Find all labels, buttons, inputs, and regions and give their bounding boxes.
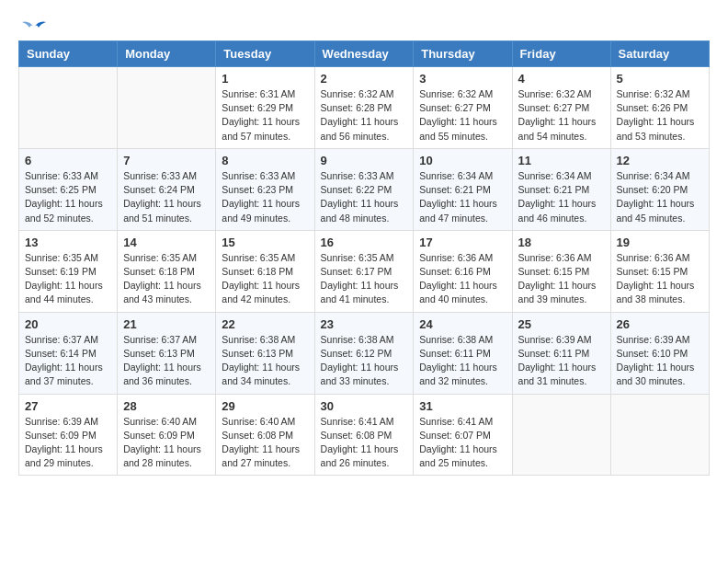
week-row-4: 20Sunrise: 6:37 AMSunset: 6:14 PMDayligh…: [19, 312, 710, 394]
day-number: 19: [617, 236, 703, 249]
day-info: Sunrise: 6:34 AMSunset: 6:20 PMDaylight:…: [617, 169, 703, 225]
day-info: Sunrise: 6:34 AMSunset: 6:21 PMDaylight:…: [419, 169, 506, 225]
day-cell: 13Sunrise: 6:35 AMSunset: 6:19 PMDayligh…: [19, 230, 118, 312]
weekday-header-sunday: Sunday: [19, 41, 118, 67]
day-info: Sunrise: 6:39 AMSunset: 6:09 PMDaylight:…: [25, 415, 111, 471]
day-info: Sunrise: 6:40 AMSunset: 6:08 PMDaylight:…: [222, 415, 308, 471]
logo: [18, 18, 48, 33]
day-number: 16: [321, 236, 408, 249]
day-info: Sunrise: 6:32 AMSunset: 6:28 PMDaylight:…: [321, 87, 408, 144]
week-row-3: 13Sunrise: 6:35 AMSunset: 6:19 PMDayligh…: [19, 230, 710, 312]
day-info: Sunrise: 6:38 AMSunset: 6:11 PMDaylight:…: [419, 333, 506, 389]
day-cell: 30Sunrise: 6:41 AMSunset: 6:08 PMDayligh…: [314, 394, 414, 476]
day-number: 12: [617, 154, 703, 167]
week-row-1: 1Sunrise: 6:31 AMSunset: 6:29 PMDaylight…: [19, 67, 710, 149]
day-cell: 6Sunrise: 6:33 AMSunset: 6:25 PMDaylight…: [19, 148, 118, 230]
day-number: 14: [123, 236, 210, 249]
day-cell: 11Sunrise: 6:34 AMSunset: 6:21 PMDayligh…: [512, 148, 610, 230]
day-cell: 9Sunrise: 6:33 AMSunset: 6:22 PMDaylight…: [314, 148, 414, 230]
day-info: Sunrise: 6:31 AMSunset: 6:29 PMDaylight:…: [222, 87, 308, 144]
day-cell: 12Sunrise: 6:34 AMSunset: 6:20 PMDayligh…: [610, 148, 709, 230]
day-cell: 27Sunrise: 6:39 AMSunset: 6:09 PMDayligh…: [19, 394, 118, 476]
day-info: Sunrise: 6:33 AMSunset: 6:23 PMDaylight:…: [222, 169, 308, 225]
day-cell: 14Sunrise: 6:35 AMSunset: 6:18 PMDayligh…: [118, 230, 216, 312]
day-number: 25: [518, 317, 605, 331]
day-cell: 21Sunrise: 6:37 AMSunset: 6:13 PMDayligh…: [118, 312, 216, 394]
day-info: Sunrise: 6:32 AMSunset: 6:27 PMDaylight:…: [419, 87, 506, 144]
day-number: 17: [419, 236, 506, 249]
day-cell: [19, 67, 118, 149]
day-info: Sunrise: 6:34 AMSunset: 6:21 PMDaylight:…: [518, 169, 605, 225]
day-info: Sunrise: 6:33 AMSunset: 6:22 PMDaylight:…: [321, 169, 408, 225]
day-number: 9: [321, 154, 408, 167]
day-info: Sunrise: 6:36 AMSunset: 6:15 PMDaylight:…: [518, 251, 605, 307]
day-cell: 25Sunrise: 6:39 AMSunset: 6:11 PMDayligh…: [512, 312, 610, 394]
day-cell: [610, 394, 709, 476]
day-number: 4: [518, 72, 605, 86]
day-number: 28: [123, 399, 210, 413]
day-number: 5: [617, 72, 703, 86]
weekday-header-thursday: Thursday: [414, 41, 512, 67]
day-cell: 8Sunrise: 6:33 AMSunset: 6:23 PMDaylight…: [216, 148, 314, 230]
day-info: Sunrise: 6:40 AMSunset: 6:09 PMDaylight:…: [123, 415, 210, 471]
logo-text-block: [18, 18, 48, 33]
day-number: 31: [419, 399, 506, 413]
day-info: Sunrise: 6:41 AMSunset: 6:08 PMDaylight:…: [321, 415, 408, 471]
day-number: 21: [123, 317, 210, 331]
day-cell: [118, 67, 216, 149]
day-number: 30: [321, 399, 408, 413]
day-cell: 31Sunrise: 6:41 AMSunset: 6:07 PMDayligh…: [414, 394, 512, 476]
week-row-5: 27Sunrise: 6:39 AMSunset: 6:09 PMDayligh…: [19, 394, 710, 476]
weekday-header-friday: Friday: [512, 41, 610, 67]
day-cell: 22Sunrise: 6:38 AMSunset: 6:13 PMDayligh…: [216, 312, 314, 394]
day-cell: 29Sunrise: 6:40 AMSunset: 6:08 PMDayligh…: [216, 394, 314, 476]
day-cell: 19Sunrise: 6:36 AMSunset: 6:15 PMDayligh…: [610, 230, 709, 312]
day-info: Sunrise: 6:32 AMSunset: 6:26 PMDaylight:…: [617, 87, 703, 144]
day-number: 27: [25, 399, 111, 413]
day-number: 23: [321, 317, 408, 331]
day-number: 6: [25, 154, 111, 167]
day-info: Sunrise: 6:41 AMSunset: 6:07 PMDaylight:…: [419, 415, 506, 471]
day-info: Sunrise: 6:37 AMSunset: 6:14 PMDaylight:…: [25, 333, 111, 389]
day-cell: [512, 394, 610, 476]
weekday-header-monday: Monday: [118, 41, 216, 67]
day-cell: 18Sunrise: 6:36 AMSunset: 6:15 PMDayligh…: [512, 230, 610, 312]
day-number: 15: [222, 236, 308, 249]
day-number: 2: [321, 72, 408, 86]
day-number: 10: [419, 154, 506, 167]
day-cell: 23Sunrise: 6:38 AMSunset: 6:12 PMDayligh…: [314, 312, 414, 394]
day-info: Sunrise: 6:35 AMSunset: 6:18 PMDaylight:…: [222, 251, 308, 307]
day-number: 20: [25, 317, 111, 331]
page-header: [18, 18, 710, 33]
day-cell: 16Sunrise: 6:35 AMSunset: 6:17 PMDayligh…: [314, 230, 414, 312]
week-row-2: 6Sunrise: 6:33 AMSunset: 6:25 PMDaylight…: [19, 148, 710, 230]
day-number: 13: [25, 236, 111, 249]
day-info: Sunrise: 6:35 AMSunset: 6:17 PMDaylight:…: [321, 251, 408, 307]
day-number: 8: [222, 154, 308, 167]
day-number: 7: [123, 154, 210, 167]
day-cell: 2Sunrise: 6:32 AMSunset: 6:28 PMDaylight…: [314, 67, 414, 149]
weekday-header-row: SundayMondayTuesdayWednesdayThursdayFrid…: [19, 41, 710, 67]
day-info: Sunrise: 6:36 AMSunset: 6:16 PMDaylight:…: [419, 251, 506, 307]
day-cell: 1Sunrise: 6:31 AMSunset: 6:29 PMDaylight…: [216, 67, 314, 149]
day-info: Sunrise: 6:35 AMSunset: 6:18 PMDaylight:…: [123, 251, 210, 307]
day-number: 24: [419, 317, 506, 331]
day-number: 3: [419, 72, 506, 86]
day-number: 1: [222, 72, 308, 86]
day-cell: 4Sunrise: 6:32 AMSunset: 6:27 PMDaylight…: [512, 67, 610, 149]
day-number: 11: [518, 154, 605, 167]
weekday-header-saturday: Saturday: [610, 41, 709, 67]
day-info: Sunrise: 6:33 AMSunset: 6:24 PMDaylight:…: [123, 169, 210, 225]
day-info: Sunrise: 6:36 AMSunset: 6:15 PMDaylight:…: [617, 251, 703, 307]
weekday-header-wednesday: Wednesday: [314, 41, 414, 67]
day-info: Sunrise: 6:39 AMSunset: 6:10 PMDaylight:…: [617, 333, 703, 389]
calendar-table: SundayMondayTuesdayWednesdayThursdayFrid…: [18, 40, 710, 476]
day-cell: 7Sunrise: 6:33 AMSunset: 6:24 PMDaylight…: [118, 148, 216, 230]
day-cell: 5Sunrise: 6:32 AMSunset: 6:26 PMDaylight…: [610, 67, 709, 149]
day-info: Sunrise: 6:33 AMSunset: 6:25 PMDaylight:…: [25, 169, 111, 225]
day-cell: 3Sunrise: 6:32 AMSunset: 6:27 PMDaylight…: [414, 67, 512, 149]
day-cell: 15Sunrise: 6:35 AMSunset: 6:18 PMDayligh…: [216, 230, 314, 312]
day-cell: 17Sunrise: 6:36 AMSunset: 6:16 PMDayligh…: [414, 230, 512, 312]
day-info: Sunrise: 6:39 AMSunset: 6:11 PMDaylight:…: [518, 333, 605, 389]
day-cell: 28Sunrise: 6:40 AMSunset: 6:09 PMDayligh…: [118, 394, 216, 476]
